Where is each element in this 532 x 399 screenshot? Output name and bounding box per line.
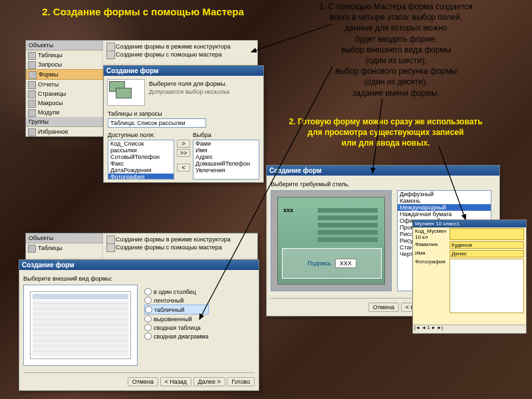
sidebar-item-queries[interactable]: Запросы: [26, 60, 104, 69]
wizard1-section-label: Таблицы и запросы: [108, 110, 259, 117]
move-all-right-button[interactable]: >>: [177, 149, 190, 157]
module-icon: [28, 109, 36, 117]
list-item: СотовыйТелефон: [108, 154, 174, 160]
objects-panel-1: Объекты Таблицы Запросы Формы Отчеты Стр…: [25, 40, 105, 137]
objects-header-2: Объекты: [26, 233, 104, 243]
form-icon: [29, 71, 37, 79]
layout-preview: [23, 285, 138, 366]
form-wizard-step1: Создание форм Выберите поля для формы. Д…: [103, 65, 264, 183]
title-2: 2. Создание формы с помощью Мастера: [33, 5, 253, 19]
layout-opt-tabular[interactable]: табличный: [144, 305, 209, 315]
table-icon: [28, 245, 36, 253]
style-preview: xxx Подпись XXX: [271, 190, 392, 291]
layout-opt-column[interactable]: в один столбец: [144, 287, 209, 296]
available-fields-label: Доступные поля:: [108, 132, 174, 138]
sidebar-item-tables-2[interactable]: Таблицы: [26, 243, 104, 253]
list-item: Имя: [194, 147, 259, 154]
form-create-options-2: Создание формы в режиме конструктора Соз…: [103, 233, 258, 261]
sidebar-item-modules[interactable]: Модули: [26, 108, 104, 117]
sidebar-item-forms[interactable]: Формы: [26, 69, 104, 80]
form-wizard-step2: Создание форм Выберите внешний вид формы…: [19, 259, 259, 391]
wizard2-title: Создание форм: [19, 260, 259, 270]
layout-opt-ribbon[interactable]: ленточный: [144, 296, 209, 305]
create-form-wizard[interactable]: Создание формы с помощью мастера: [106, 51, 254, 59]
list-item: ДомашнийТелефон: [194, 160, 259, 167]
groups-header: Группы: [26, 117, 104, 127]
sidebar-item-tables[interactable]: Таблицы: [26, 51, 104, 60]
create-form-designer-2[interactable]: Создание формы в режиме конструктора: [106, 235, 254, 243]
wizard3-instr: Выберите требуемый стиль.: [271, 181, 495, 188]
cancel-button[interactable]: Отмена: [128, 377, 158, 386]
list-item: Фами: [194, 140, 259, 147]
list-item: Код_Список рассылки: [108, 140, 174, 154]
form-field-row: Код_Мусмен 10 кл: [413, 227, 526, 241]
cancel-button-3[interactable]: Отмена: [368, 303, 399, 312]
move-left-button[interactable]: <: [177, 164, 190, 172]
create-form-designer[interactable]: Создание формы в режиме конструктора: [106, 43, 254, 51]
layout-opt-justified[interactable]: выровненный: [144, 315, 209, 323]
style-preview-label: Подпись: [307, 260, 331, 267]
list-item: Увлечения: [194, 167, 259, 174]
list-item: Камень: [398, 198, 491, 204]
selected-fields-list[interactable]: Фами Имя Адрес ДомашнийТелефон Увлечения: [193, 140, 259, 180]
wizard-icon: [106, 243, 115, 252]
tables-queries-combo[interactable]: Таблица: Список рассылки: [108, 118, 206, 128]
layout-opt-pivotchart[interactable]: сводная диаграмма: [144, 332, 209, 340]
table-icon: [28, 52, 36, 60]
objects-header: Объекты: [26, 41, 104, 51]
page-icon: [28, 90, 36, 98]
form-create-options-1: Создание формы в режиме конструктора Соз…: [103, 40, 258, 66]
sidebar-item-pages[interactable]: Страницы: [26, 89, 104, 98]
list-item: Факс: [108, 160, 174, 167]
layout-opt-pivottable[interactable]: сводная таблица: [144, 323, 209, 332]
wizard2-instr: Выберите внешний вид формы:: [23, 275, 255, 282]
objects-panel-2: Объекты Таблицы: [25, 233, 105, 261]
list-item: Международный: [398, 204, 491, 211]
list-item: Фотография: [108, 174, 174, 180]
move-right-button[interactable]: >: [177, 140, 190, 148]
back-button[interactable]: < Назад: [160, 377, 192, 386]
wizard-icon: [106, 51, 115, 59]
form-field-row: ФамилияКудинов: [413, 241, 526, 249]
list-item: Наждачная бумага: [398, 211, 491, 217]
create-form-wizard-2[interactable]: Создание формы с помощью мастера: [106, 243, 254, 251]
annotation-2: 2. Готовую форму можно сразу же использо…: [253, 116, 519, 149]
available-fields-list[interactable]: Код_Список рассылки СотовыйТелефон Факс …: [108, 140, 174, 180]
sidebar-item-macros[interactable]: Макросы: [26, 98, 104, 108]
next-button[interactable]: Далее >: [194, 377, 225, 386]
wizard1-title: Создание форм: [104, 66, 263, 76]
list-item: Диффузный: [398, 191, 491, 198]
result-form-title: Мусмен 10 класс1: [413, 220, 526, 227]
form-field-row: Фотография: [413, 258, 526, 314]
query-icon: [28, 61, 36, 69]
wizard3-title: Создание форм: [267, 166, 499, 176]
annotation-1: 1. С помощью Мастера форма создается все…: [265, 1, 527, 98]
list-item: ДатаРождения: [108, 167, 174, 174]
wizard1-instr: Выберите поля для формы.: [149, 80, 229, 87]
sidebar-item-reports[interactable]: Отчеты: [26, 80, 104, 89]
macro-icon: [28, 100, 36, 108]
done-button[interactable]: Готово: [227, 377, 255, 386]
star-icon: [28, 128, 36, 136]
wizard1-preview-icon: [107, 79, 145, 106]
report-icon: [28, 81, 36, 89]
style-preview-data: XXX: [335, 259, 356, 268]
list-item: Адрес: [194, 154, 259, 160]
wizard1-instr2: Допускается выбор нескольк: [149, 88, 229, 95]
record-navigator[interactable]: |◄ ◄ 1 ► ►|: [413, 325, 526, 333]
sidebar-item-favorites[interactable]: Избранное: [26, 127, 104, 136]
result-form-window: Мусмен 10 класс1 Код_Мусмен 10 кл Фамили…: [412, 219, 527, 334]
selected-fields-label: Выбра: [193, 132, 259, 138]
form-field-row: ИмяДенис: [413, 249, 526, 258]
